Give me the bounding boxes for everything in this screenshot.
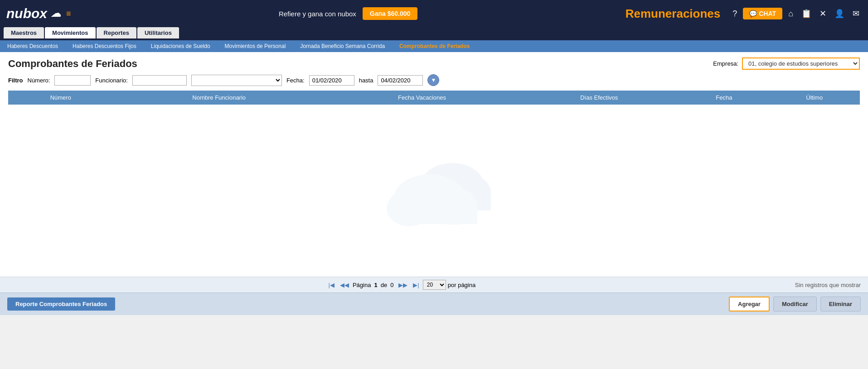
col-ultimo: Último bbox=[769, 91, 860, 105]
chat-button[interactable]: 💬 CHAT bbox=[743, 8, 782, 19]
close-icon-button[interactable]: ✕ bbox=[817, 7, 829, 20]
subnav-jornada-beneficio[interactable]: Jornada Beneficio Semana Corrida bbox=[293, 40, 392, 52]
sub-nav: Haberes Descuentos Haberes Descuentos Fi… bbox=[0, 40, 868, 52]
subnav-comprobantes-feriados[interactable]: Comprobantes de Feriados bbox=[392, 40, 477, 52]
page-current: 1 bbox=[374, 282, 377, 288]
promo-area: Refiere y gana con nubox Gana $60.000 bbox=[71, 7, 626, 20]
chat-bubble-icon: 💬 bbox=[749, 10, 757, 17]
main-nav: Maestros Movimientos Reportes Utilitario… bbox=[0, 27, 868, 40]
page-header: Comprobantes de Feriados Empresa: 01, co… bbox=[8, 58, 860, 70]
table-header-row: Número Nombre Funcionario Fecha Vacacion… bbox=[8, 91, 860, 105]
no-records-text: Sin registros que mostrar bbox=[795, 282, 861, 288]
numero-input[interactable] bbox=[54, 75, 91, 86]
person-icon-button[interactable]: 👤 bbox=[832, 7, 847, 20]
bottom-right: Agregar Modificar Eliminar bbox=[729, 297, 861, 311]
numero-label: Número: bbox=[28, 77, 50, 84]
logo-area: nubox ☁ ≡ bbox=[6, 6, 71, 21]
tab-movimientos[interactable]: Movimientos bbox=[45, 27, 95, 38]
home-icon-button[interactable]: ⌂ bbox=[786, 8, 795, 20]
promo-text: Refiere y gana con nubox bbox=[279, 10, 356, 18]
question-icon-button[interactable]: ? bbox=[730, 8, 739, 20]
fecha-from-input[interactable] bbox=[309, 75, 354, 86]
col-fecha: Fecha bbox=[679, 91, 769, 105]
doc-icon-button[interactable]: 📋 bbox=[799, 7, 814, 20]
prev-page-button[interactable]: ◀◀ bbox=[338, 281, 351, 289]
modificar-button[interactable]: Modificar bbox=[773, 297, 817, 311]
tab-maestros[interactable]: Maestros bbox=[4, 27, 44, 38]
filter-label: Filtro bbox=[8, 77, 23, 84]
per-page-label: por página bbox=[448, 282, 475, 288]
promo-button[interactable]: Gana $60.000 bbox=[363, 7, 418, 20]
top-bar: nubox ☁ ≡ Refiere y gana con nubox Gana … bbox=[0, 0, 868, 27]
eliminar-button[interactable]: Eliminar bbox=[820, 297, 861, 311]
agregar-button[interactable]: Agregar bbox=[729, 297, 770, 311]
page-title: Comprobantes de Feriados bbox=[8, 58, 137, 70]
svg-rect-7 bbox=[407, 204, 477, 224]
hasta-label: hasta bbox=[359, 77, 373, 84]
data-table: Número Nombre Funcionario Fecha Vacacion… bbox=[8, 91, 860, 105]
pagination-controls: |◀ ◀◀ Página 1 de 0 ▶▶ ▶| 20 50 100 por … bbox=[327, 280, 476, 290]
cloud-logo-icon: ☁ bbox=[51, 8, 61, 19]
filter-arrow-icon: ▼ bbox=[431, 77, 436, 83]
logo-text: nubox bbox=[6, 6, 47, 21]
empresa-label: Empresa: bbox=[713, 60, 738, 67]
empresa-select[interactable]: 01, colegio de estudios superiores bbox=[742, 58, 860, 70]
tab-reportes[interactable]: Reportes bbox=[97, 27, 136, 38]
chat-label: CHAT bbox=[759, 10, 776, 17]
col-nombre-funcionario: Nombre Funcionario bbox=[113, 91, 325, 105]
hamburger-icon[interactable]: ≡ bbox=[66, 9, 71, 19]
subnav-haberes-descuentos[interactable]: Haberes Descuentos bbox=[0, 40, 65, 52]
empresa-area: Empresa: 01, colegio de estudios superio… bbox=[713, 58, 860, 70]
bottom-left: Reporte Comprobantes Feriados bbox=[7, 297, 115, 311]
funcionario-input[interactable] bbox=[132, 75, 187, 86]
first-page-button[interactable]: |◀ bbox=[327, 281, 336, 289]
pagination-bar: |◀ ◀◀ Página 1 de 0 ▶▶ ▶| 20 50 100 por … bbox=[0, 277, 868, 292]
col-fecha-vacaciones: Fecha Vacaciones bbox=[325, 91, 519, 105]
empty-cloud-icon bbox=[375, 149, 493, 232]
filter-search-button[interactable]: ▼ bbox=[427, 74, 439, 86]
next-page-button[interactable]: ▶▶ bbox=[397, 281, 409, 289]
col-dias-efectivos: Días Efectivos bbox=[519, 91, 679, 105]
funcionario-label: Funcionario: bbox=[95, 77, 128, 84]
col-numero: Número bbox=[8, 91, 113, 105]
fecha-to-input[interactable] bbox=[378, 75, 423, 86]
subnav-haberes-descuentos-fijos[interactable]: Haberes Descuentos Fijos bbox=[65, 40, 144, 52]
page-label: Página bbox=[353, 282, 371, 288]
filter-row: Filtro Número: Funcionario: Fecha: hasta… bbox=[8, 74, 860, 86]
page-content: Comprobantes de Feriados Empresa: 01, co… bbox=[0, 52, 868, 277]
reporte-button[interactable]: Reporte Comprobantes Feriados bbox=[7, 297, 115, 311]
tab-utilitarios[interactable]: Utilitarios bbox=[137, 27, 179, 38]
last-page-button[interactable]: ▶| bbox=[411, 281, 421, 289]
table-empty-area bbox=[8, 105, 860, 277]
table-header: Número Nombre Funcionario Fecha Vacacion… bbox=[8, 91, 860, 105]
fecha-label: Fecha: bbox=[286, 77, 305, 84]
mail-icon-button[interactable]: ✉ bbox=[850, 7, 862, 20]
total-pages: 0 bbox=[390, 282, 393, 288]
bottom-bar: Reporte Comprobantes Feriados Agregar Mo… bbox=[0, 292, 868, 315]
right-icons-area: Remuneraciones ? 💬 CHAT ⌂ 📋 ✕ 👤 ✉ bbox=[626, 7, 862, 21]
subnav-movimientos-personal[interactable]: Movimientos de Personal bbox=[218, 40, 293, 52]
de-label: de bbox=[381, 282, 387, 288]
per-page-select[interactable]: 20 50 100 bbox=[423, 280, 446, 290]
subnav-liquidaciones-sueldo[interactable]: Liquidaciones de Sueldo bbox=[144, 40, 218, 52]
remuneraciones-title: Remuneraciones bbox=[626, 7, 721, 21]
funcionario-select[interactable] bbox=[191, 75, 282, 86]
